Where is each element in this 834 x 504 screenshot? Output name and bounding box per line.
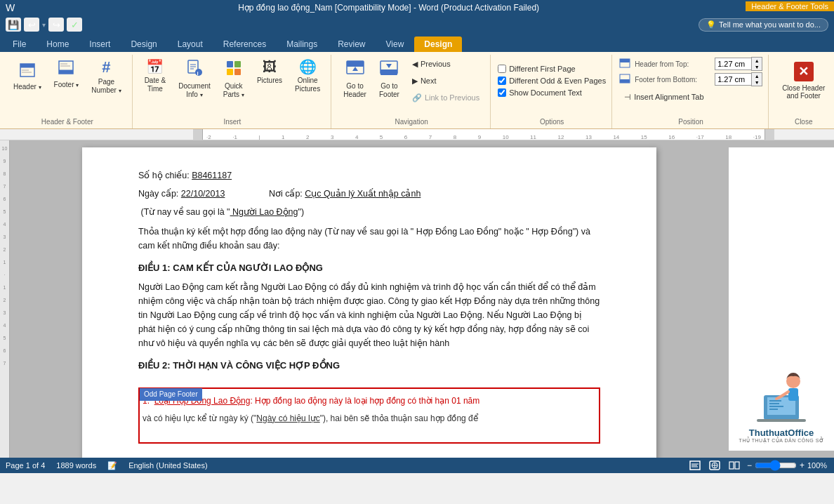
footer-from-bottom-down[interactable]: ▼	[752, 79, 762, 86]
doc-line-date: Ngày cấp: 22/10/2013 Nơi cấp: Cục Quản l…	[138, 187, 600, 201]
footer-text-line2: và có hiệu lực kể từ ngày ký ("Ngày có h…	[143, 412, 596, 425]
tab-home[interactable]: Home	[37, 37, 79, 52]
web-layout-btn[interactable]	[708, 460, 722, 471]
tab-references[interactable]: References	[213, 37, 276, 52]
header-from-top-up[interactable]: ▲	[752, 58, 762, 64]
ruler-tick: 12	[558, 134, 564, 140]
header-icon	[19, 62, 36, 80]
header-from-top-value[interactable]	[715, 58, 751, 70]
vruler-10: 10	[2, 142, 8, 154]
ruler-tick: |	[258, 134, 260, 140]
go-to-footer-icon	[379, 60, 399, 79]
zoom-level[interactable]: 100%	[807, 461, 828, 470]
tab-insert[interactable]: Insert	[79, 37, 120, 52]
header-from-top-input[interactable]: ▲ ▼	[715, 57, 762, 71]
zoom-in-btn[interactable]: +	[800, 460, 805, 470]
pictures-button[interactable]: 🖼 Pictures	[252, 56, 287, 105]
footer-content[interactable]: 1. Loại Hợp Đồng Lao Động: Hợp đồng lao …	[143, 392, 596, 425]
svg-rect-17	[234, 61, 241, 67]
footer-from-bottom-row: Footer from Bottom: ▲ ▼	[619, 72, 762, 86]
date-time-label: Date &Time	[145, 77, 166, 93]
svg-rect-37	[788, 388, 798, 401]
footer-from-bottom-up[interactable]: ▲	[752, 73, 762, 79]
save-qat-button[interactable]: 💾	[6, 18, 21, 32]
svg-point-14	[195, 69, 202, 76]
footer-from-bottom-value[interactable]	[715, 73, 751, 86]
page-count: Page 1 of 4	[6, 461, 45, 470]
print-layout-btn[interactable]	[688, 460, 702, 471]
go-to-footer-button[interactable]: Go toFooter	[374, 56, 404, 105]
different-odd-even-checkbox[interactable]	[498, 77, 506, 85]
next-button[interactable]: ▶ Next	[407, 73, 484, 88]
tab-file[interactable]: File	[3, 37, 36, 52]
vruler-6: 6	[4, 192, 6, 205]
svg-rect-20	[347, 61, 364, 67]
redo-qat-button[interactable]: ↪	[48, 18, 64, 32]
tell-me-box[interactable]: 💡 Tell me what you want to do...	[699, 18, 828, 32]
calendar-icon: 📅	[146, 60, 164, 74]
online-pictures-button[interactable]: 🌐 OnlinePictures	[290, 56, 325, 105]
doc-info-label: DocumentInfo ▾	[178, 82, 211, 99]
close-header-footer-label: Close Headerand Footer	[782, 84, 825, 100]
tab-review[interactable]: Review	[328, 37, 375, 52]
go-to-header-label: Go toHeader	[343, 82, 366, 99]
undo-qat-button[interactable]: ↩	[24, 18, 39, 32]
page-number-button[interactable]: # PageNumber ▾	[86, 56, 126, 105]
doc-para-1: Người Lao Động cam kết rằng Người Lao Độ…	[138, 280, 600, 350]
svg-text:i: i	[197, 70, 198, 77]
svg-rect-38	[757, 419, 806, 422]
different-first-page-option[interactable]: Different First Page	[498, 64, 606, 74]
group-label-options: Options	[498, 115, 606, 126]
ruler-tick: 16	[668, 134, 675, 140]
insert-alignment-tab-button[interactable]: ⊣ Insert Alignment Tab	[619, 89, 762, 105]
zoom-out-btn[interactable]: −	[747, 460, 752, 470]
show-document-text-checkbox[interactable]	[498, 88, 506, 97]
vruler-1: 1	[4, 256, 6, 268]
checkmark-qat-button[interactable]: ✓	[67, 18, 82, 32]
spell-check-icon[interactable]: 📝	[107, 461, 117, 470]
logo-figure-svg	[750, 367, 813, 423]
header-button[interactable]: Header ▾	[8, 56, 46, 105]
tab-layout[interactable]: Layout	[168, 37, 213, 52]
footer-from-bottom-input[interactable]: ▲ ▼	[715, 72, 762, 86]
show-document-text-option[interactable]: Show Document Text	[498, 88, 606, 98]
ribbon: Header ▾ Footer ▾ # PageNumber ▾ Header …	[0, 52, 834, 129]
quick-access-toolbar: 💾 ↩ ▾ ↪ ✓ 💡 Tell me what you want to do.…	[0, 15, 834, 34]
different-first-page-checkbox[interactable]	[498, 65, 506, 73]
previous-button[interactable]: ◀ Previous	[407, 56, 484, 72]
group-label-position: Position	[619, 115, 762, 126]
tab-design-context[interactable]: Design	[414, 37, 462, 52]
ruler-tick: 4	[355, 134, 358, 140]
word-icon: W	[6, 2, 15, 13]
logo-sidebar: ThuthuatOffice THỦ THUẬT CỦA DÂN CÔNG SỞ	[729, 147, 834, 451]
vruler-n4: 4	[4, 319, 6, 331]
tab-view[interactable]: View	[376, 37, 414, 52]
different-odd-even-option[interactable]: Different Odd & Even Pages	[498, 76, 606, 86]
document-info-button[interactable]: i DocumentInfo ▾	[173, 56, 216, 105]
quick-parts-button[interactable]: QuickParts ▾	[218, 56, 249, 105]
insert-alignment-tab-label: Insert Alignment Tab	[634, 93, 703, 101]
date-time-button[interactable]: 📅 Date &Time	[140, 56, 171, 105]
close-header-footer-button[interactable]: ✕ Close Headerand Footer	[776, 56, 831, 105]
ribbon-group-position: Header from Top: ▲ ▼ Footer from Bottom:	[614, 55, 769, 128]
zoom-slider-input[interactable]	[755, 460, 797, 471]
tab-design[interactable]: Design	[121, 37, 166, 52]
ruler-tick: 3	[331, 134, 333, 140]
pictures-icon: 🖼	[263, 60, 277, 74]
ribbon-group-header-footer: Header ▾ Footer ▾ # PageNumber ▾ Header …	[3, 55, 133, 128]
read-mode-btn[interactable]	[727, 460, 741, 471]
footer-button-label: Footer ▾	[54, 81, 79, 89]
footer-button[interactable]: Footer ▾	[49, 56, 84, 105]
language[interactable]: English (United States)	[128, 461, 208, 470]
header-from-top-down[interactable]: ▼	[752, 64, 762, 70]
footer-section[interactable]: Odd Page Footer 1. Loại Hợp Đồng Lao Độn…	[138, 387, 600, 444]
next-icon: ▶	[412, 77, 418, 86]
go-to-header-button[interactable]: Go toHeader	[338, 56, 371, 105]
ruler-tick: ·17	[696, 134, 704, 140]
document-area[interactable]: Số hộ chiếu: B8461187 Ngày cấp: 22/10/20…	[10, 140, 834, 458]
tab-mailings[interactable]: Mailings	[277, 37, 327, 52]
link-icon: 🔗	[412, 93, 422, 102]
zoom-control[interactable]: − + 100%	[747, 460, 828, 471]
link-to-previous-button[interactable]: 🔗 Link to Previous	[407, 90, 484, 105]
document-page[interactable]: Số hộ chiếu: B8461187 Ngày cấp: 22/10/20…	[82, 147, 656, 458]
